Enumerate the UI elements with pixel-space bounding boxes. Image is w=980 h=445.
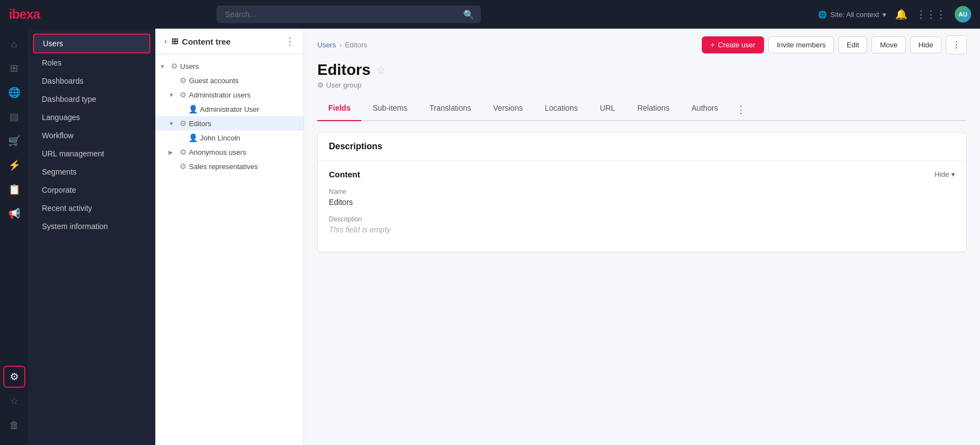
tab-authors[interactable]: Authors (680, 98, 729, 121)
tree-node-label: Guest accounts (189, 77, 299, 85)
tab-locations[interactable]: Locations (534, 98, 589, 121)
grid-icon[interactable]: ⋮⋮⋮ (916, 8, 946, 20)
content-tree-panel: ‹ ⊞ Content tree ⋮ ▼ ⚙ Users ⚙ Guest acc… (155, 29, 304, 445)
page-title: Editors (317, 61, 370, 79)
breadcrumb-users-link[interactable]: Users (317, 41, 336, 49)
content-subsection: Content Hide ▾ Name Editors Description … (318, 161, 966, 252)
sidebar-item-dashboard-type[interactable]: Dashboard type (33, 90, 150, 108)
nav-analytics[interactable]: ⚡ (3, 154, 25, 176)
favorite-star-icon[interactable]: ☆ (376, 63, 386, 77)
tab-relations[interactable]: Relations (626, 98, 680, 121)
tree-back-button[interactable]: ‹ (164, 36, 167, 46)
tree-node-sales-representatives[interactable]: ⚙ Sales representatives (155, 159, 304, 173)
sidebar-item-segments[interactable]: Segments (33, 163, 150, 181)
page-title-row: Editors ☆ (317, 61, 967, 79)
tree-node-label: Users (180, 62, 299, 70)
topbar: ibexa 🔍 🌐 Site: All context ▾ 🔔 ⋮⋮⋮ AU (0, 0, 980, 29)
sidebar-item-system-information[interactable]: System information (33, 218, 150, 235)
tree-node-users-root[interactable]: ▼ ⚙ Users (155, 59, 304, 73)
nav-settings[interactable]: ⚙ (3, 366, 25, 388)
logo-text: ibexa (9, 7, 40, 22)
tree-node-administrator-user[interactable]: 👤 Administrator User (155, 102, 304, 116)
page-subtitle: ⚙ User group (317, 81, 967, 89)
breadcrumb: Users › Editors (317, 41, 697, 49)
descriptions-card: Descriptions Content Hide ▾ Name Editors (317, 132, 967, 252)
content-body: Editors ☆ ⚙ User group Fields Sub-items … (304, 61, 980, 445)
content-subsection-title: Content (329, 170, 360, 179)
tree-node-icon: ⚙ (171, 62, 178, 70)
tree-toggle-users: ▼ (160, 63, 169, 69)
tree-node-icon: ⚙ (180, 119, 187, 128)
sidebar-item-users[interactable]: Users (33, 34, 150, 53)
tree-title: ⊞ Content tree (171, 36, 280, 46)
nav-globe[interactable]: 🌐 (3, 82, 25, 104)
tree-node-john-lincoln[interactable]: 👤 John Lincoln (155, 131, 304, 145)
search-input[interactable] (216, 6, 481, 23)
tab-versions[interactable]: Versions (482, 98, 534, 121)
more-actions-button[interactable]: ⋮ (946, 35, 967, 55)
content-actions: + Create user Invite members Edit Move H… (702, 35, 967, 55)
tree-node-label: Administrator User (200, 105, 299, 113)
tree-node-label: John Lincoln (200, 134, 299, 142)
sidebar-item-url-management[interactable]: URL management (33, 145, 150, 162)
topbar-right: 🌐 Site: All context ▾ 🔔 ⋮⋮⋮ AU (818, 6, 971, 23)
nav-home[interactable]: ⌂ (3, 33, 25, 55)
tab-url[interactable]: URL (589, 98, 626, 121)
sidebar-item-roles[interactable]: Roles (33, 54, 150, 72)
tree-node-icon: ⚙ (180, 90, 187, 99)
edit-button[interactable]: Edit (838, 36, 867, 53)
nav-content[interactable]: ⊞ (3, 57, 25, 79)
nav-media[interactable]: ▤ (3, 106, 25, 128)
search-icon: 🔍 (463, 9, 474, 20)
nav-marketing[interactable]: 📢 (3, 203, 25, 225)
tree-node-label: Anonymous users (189, 148, 299, 156)
sidebar-item-recent-activity[interactable]: Recent activity (33, 199, 150, 217)
nav-shop[interactable]: 🛒 (3, 130, 25, 152)
sidebar-item-corporate[interactable]: Corporate (33, 181, 150, 199)
left-nav: ⌂ ⊞ 🌐 ▤ 🛒 ⚡ 📋 📢 ⚙ ☆ 🗑 (0, 29, 29, 445)
tree-node-administrator-users[interactable]: ▼ ⚙ Administrator users (155, 88, 304, 102)
name-field-value: Editors (329, 198, 955, 207)
nav-favorites[interactable]: ☆ (3, 390, 25, 412)
content-header: Users › Editors + Create user Invite mem… (304, 29, 980, 61)
tree-node-label: Administrator users (189, 91, 299, 99)
plus-icon: + (711, 41, 715, 49)
descriptions-section-header: Descriptions (318, 133, 966, 161)
tree-menu-button[interactable]: ⋮ (285, 35, 295, 47)
tab-sub-items[interactable]: Sub-items (361, 98, 418, 121)
globe-icon: 🌐 (818, 10, 827, 19)
avatar[interactable]: AU (955, 6, 971, 23)
nav-trash[interactable]: 🗑 (3, 414, 25, 436)
sidebar-item-dashboards[interactable]: Dashboards (33, 72, 150, 90)
description-field-value: This field is empty (329, 225, 955, 234)
description-field-label: Description (329, 215, 955, 223)
tree-node-icon: ⚙ (180, 162, 187, 171)
notification-icon[interactable]: 🔔 (895, 8, 907, 20)
sidebar: Users Roles Dashboards Dashboard type La… (29, 29, 155, 445)
tree-node-icon: ⚙ (180, 148, 187, 156)
tree-node-anonymous-users[interactable]: ▶ ⚙ Anonymous users (155, 145, 304, 159)
create-user-button[interactable]: + Create user (702, 36, 765, 53)
tree-node-editors[interactable]: ▼ ⚙ Editors (155, 116, 304, 131)
tree-node-guest-accounts[interactable]: ⚙ Guest accounts (155, 73, 304, 88)
sidebar-item-workflow[interactable]: Workflow (33, 127, 150, 144)
tab-translations[interactable]: Translations (419, 98, 483, 121)
chevron-down-icon: ▾ (951, 170, 955, 178)
move-button[interactable]: Move (871, 36, 906, 53)
name-field-label: Name (329, 188, 955, 196)
content-subsection-header: Content Hide ▾ (329, 170, 955, 179)
tree-body: ▼ ⚙ Users ⚙ Guest accounts ▼ ⚙ Administr… (155, 55, 304, 445)
nav-forms[interactable]: 📋 (3, 178, 25, 200)
site-label: Site: All context (830, 10, 879, 19)
tree-node-label: Sales representatives (189, 162, 299, 171)
tab-more-button[interactable]: ⋮ (729, 98, 752, 121)
hide-button[interactable]: Hide (910, 36, 941, 53)
site-selector[interactable]: 🌐 Site: All context ▾ (818, 10, 886, 19)
description-field-group: Description This field is empty (329, 215, 955, 234)
sidebar-item-languages[interactable]: Languages (33, 108, 150, 126)
invite-members-button[interactable]: Invite members (768, 36, 834, 53)
content-hide-button[interactable]: Hide ▾ (934, 170, 955, 178)
tab-fields[interactable]: Fields (317, 98, 361, 121)
name-field-group: Name Editors (329, 188, 955, 207)
logo: ibexa (9, 7, 40, 22)
